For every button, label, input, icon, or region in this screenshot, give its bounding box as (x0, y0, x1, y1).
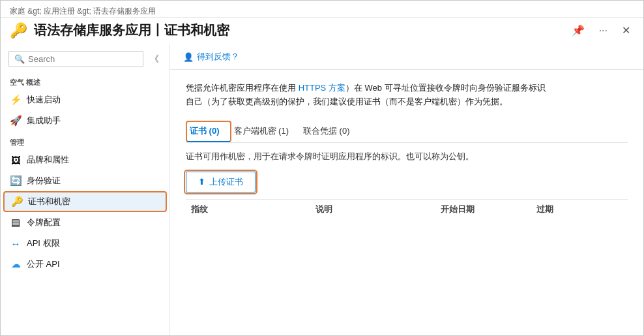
integration-icon: 🚀 (10, 115, 22, 127)
upload-cert-button[interactable]: ⬆ 上传证书 (186, 172, 256, 192)
sidebar-item-public-api[interactable]: ☁ 公开 API (1, 254, 169, 275)
api-perm-icon: ↔ (10, 238, 22, 249)
sidebar-item-auth[interactable]: 🔄 身份验证 (1, 170, 169, 191)
collapse-button[interactable]: 《 (147, 52, 162, 67)
token-icon: ▤ (10, 217, 22, 228)
title-row: 🔑 语法存储库服务应用丨证书和机密 📌 ··· ✕ (1, 18, 643, 44)
upload-icon: ⬆ (198, 177, 205, 187)
pin-button[interactable]: 📌 (568, 23, 589, 38)
tab-client-secret[interactable]: 客户端机密 (1) (231, 121, 301, 142)
key-icon: 🔑 (10, 22, 27, 39)
sidebar-item-certs[interactable]: 🔑 证书和机密 (3, 191, 167, 212)
col-fingerprint: 指纹 (186, 204, 310, 215)
col-expire: 过期 (531, 204, 628, 215)
window-actions: 📌 ··· ✕ (568, 23, 634, 38)
upload-btn-wrap: ⬆ 上传证书 (186, 172, 628, 192)
description-text: 凭据允许机密应用程序在使用 HTTPS 方案）在 Web 可寻址位置接收令牌时向… (186, 82, 551, 109)
sidebar-item-token[interactable]: ▤ 令牌配置 (1, 212, 169, 233)
feedback-link[interactable]: 👤 得到反馈？ (183, 51, 239, 63)
close-button[interactable]: ✕ (618, 23, 634, 38)
main-window: 家庭 &gt; 应用注册 &gt; 语去存储服务应用 🔑 语法存储库服务应用丨证… (0, 0, 644, 336)
tab-cert[interactable]: 证书 (0) (186, 121, 231, 142)
sidebar-item-label: 证书和机密 (28, 196, 70, 207)
search-input[interactable] (28, 54, 138, 64)
brand-icon: 🖼 (10, 155, 22, 166)
tab-description: 证书可用作机密，用于在请求令牌时证明应用程序的标识。也可以称为公钥。 (186, 151, 525, 162)
auth-icon: 🔄 (10, 175, 22, 187)
sidebar-item-label: 品牌和属性 (27, 154, 69, 166)
more-button[interactable]: ··· (595, 23, 611, 38)
main-layout: 🔍 《 空气 概述 ⚡ 快速启动 🚀 集成助手 管理 🖼 品牌和属性 🔄 (1, 44, 643, 335)
search-wrap: 🔍 《 (1, 44, 169, 71)
sidebar-item-api-perm[interactable]: ↔ API 权限 (1, 233, 169, 254)
sidebar-item-brand[interactable]: 🖼 品牌和属性 (1, 149, 169, 170)
content-topbar: 👤 得到反馈？ (170, 44, 643, 70)
content-body: 凭据允许机密应用程序在使用 HTTPS 方案）在 Web 可寻址位置接收令牌时向… (170, 70, 643, 335)
breadcrumb-bar: 家庭 &gt; 应用注册 &gt; 语去存储服务应用 (1, 1, 643, 18)
public-api-icon: ☁ (10, 258, 22, 270)
feedback-text: 得到反馈？ (197, 51, 239, 63)
sidebar-item-label: 集成助手 (27, 115, 61, 127)
content-area: 👤 得到反馈？ 凭据允许机密应用程序在使用 HTTPS 方案）在 Web 可寻址… (170, 44, 643, 335)
sidebar-item-label: 快速启动 (27, 94, 61, 106)
https-link[interactable]: HTTPS 方案 (299, 83, 345, 93)
table-header: 指纹 说明 开始日期 过期 (186, 199, 628, 219)
sidebar-item-label: 身份验证 (27, 175, 61, 187)
quickstart-icon: ⚡ (10, 94, 22, 106)
tabs-row: 证书 (0) 客户端机密 (1) 联合凭据 (0) (186, 121, 628, 143)
upload-btn-label: 上传证书 (209, 176, 243, 188)
section-overview: 空气 概述 (1, 71, 169, 89)
search-icon: 🔍 (14, 54, 25, 64)
sidebar-item-quickstart[interactable]: ⚡ 快速启动 (1, 89, 169, 110)
sidebar-item-integration[interactable]: 🚀 集成助手 (1, 110, 169, 131)
cert-icon: 🔑 (11, 196, 23, 207)
sidebar-item-label: API 权限 (27, 237, 60, 249)
feedback-icon: 👤 (183, 52, 194, 62)
col-description: 说明 (310, 204, 435, 215)
search-box[interactable]: 🔍 (8, 51, 143, 67)
sidebar: 🔍 《 空气 概述 ⚡ 快速启动 🚀 集成助手 管理 🖼 品牌和属性 🔄 (1, 44, 170, 335)
sidebar-item-label: 令牌配置 (27, 217, 61, 228)
page-title: 语法存储库服务应用丨证书和机密 (34, 22, 568, 39)
breadcrumb: 家庭 &gt; 应用注册 &gt; 语去存储服务应用 (10, 6, 156, 17)
tab-federated[interactable]: 联合凭据 (0) (300, 121, 362, 142)
section-manage: 管理 (1, 131, 169, 149)
col-start-date: 开始日期 (435, 204, 532, 215)
sidebar-item-label: 公开 API (27, 258, 60, 270)
